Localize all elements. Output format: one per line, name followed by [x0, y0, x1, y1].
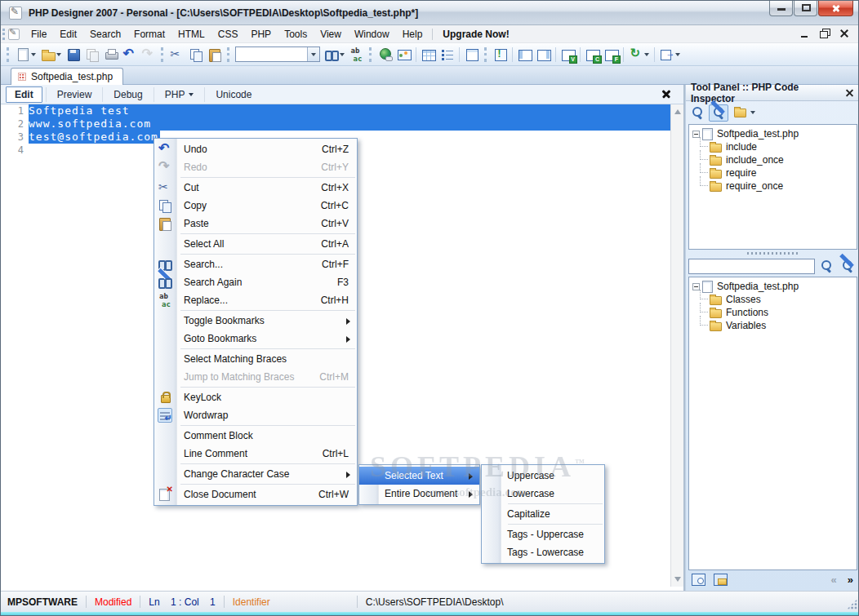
tab-edit[interactable]: Edit	[6, 86, 42, 103]
close-document-icon[interactable]	[661, 88, 672, 100]
menu-item-selected-text[interactable]: Selected Text	[359, 467, 479, 485]
paste-button[interactable]	[205, 45, 224, 64]
menu-item-change-character-case[interactable]: Change Character Case	[154, 465, 357, 483]
toolbar-grip[interactable]	[7, 47, 10, 62]
tree-item[interactable]: Variables	[689, 319, 857, 332]
tab-unicode[interactable]: Unicode	[204, 87, 262, 102]
menu-item-undo[interactable]: Undo Ctrl+Z	[154, 140, 357, 158]
cut-button[interactable]	[167, 45, 186, 64]
tab-debug[interactable]: Debug	[102, 87, 153, 102]
properties-dropdown-arrow[interactable]	[750, 111, 755, 114]
editor-vertical-scrollbar[interactable]	[670, 104, 683, 587]
menu-item-paste[interactable]: Paste Ctrl+V	[154, 215, 357, 233]
tree-item[interactable]: Functions	[689, 306, 857, 319]
properties-button[interactable]	[730, 104, 750, 122]
menu-item-search-again[interactable]: Search Again F3	[154, 273, 357, 291]
refresh-button[interactable]	[626, 45, 645, 64]
view-classes-button[interactable]: C	[583, 45, 602, 64]
tree-item[interactable]: include	[689, 140, 857, 153]
menu-item-goto-bookmarks[interactable]: Goto Bookmarks	[154, 330, 357, 348]
menu-item-tags-uppercase[interactable]: Tags - Uppercase	[482, 525, 604, 543]
dock-right-button[interactable]	[534, 45, 553, 64]
mdi-minimize-button[interactable]	[799, 29, 811, 38]
menu-item-replace[interactable]: Replace... Ctrl+H	[154, 291, 357, 309]
tree-item[interactable]: include_once	[689, 153, 857, 166]
tool-panel-header[interactable]: Tool Panel :: PHP Code Inspector	[686, 85, 859, 101]
insert-frame-button[interactable]	[462, 45, 481, 64]
title-bar[interactable]: PHP Designer 2007 - Personal - [C:\Users…	[1, 1, 859, 25]
inspect-button[interactable]	[688, 104, 707, 122]
scroll-down-icon[interactable]	[674, 577, 681, 582]
tool-panel-close-icon[interactable]	[845, 88, 855, 98]
collapse-icon[interactable]	[692, 283, 700, 290]
search-new-button[interactable]	[838, 258, 857, 275]
toolbar-grip[interactable]	[484, 47, 487, 62]
menu-html[interactable]: HTML	[171, 26, 211, 42]
menu-item-comment-block[interactable]: Comment Block	[154, 427, 357, 445]
open-button[interactable]	[38, 45, 57, 64]
menu-item-wordwrap[interactable]: Wordwrap	[154, 406, 357, 424]
scroll-up-icon[interactable]	[674, 109, 681, 114]
collapse-icon[interactable]	[692, 131, 700, 138]
menu-item-select-matching-braces[interactable]: Select Matching Braces	[154, 350, 357, 368]
menu-tools[interactable]: Tools	[278, 26, 314, 42]
menu-item-keylock[interactable]: KeyLock	[154, 388, 357, 406]
mdi-restore-button[interactable]	[819, 29, 830, 38]
inspect-new-button[interactable]	[709, 104, 728, 122]
resize-grip[interactable]	[847, 599, 857, 609]
menu-format[interactable]: Format	[127, 26, 171, 42]
close-button[interactable]	[818, 1, 853, 16]
menu-item-line-comment[interactable]: Line Comment Ctrl+L	[154, 445, 357, 463]
menu-item-copy[interactable]: Copy Ctrl+C	[154, 197, 357, 215]
copy-button[interactable]	[186, 45, 205, 64]
tab-preview[interactable]: Preview	[46, 87, 103, 102]
find-button[interactable]	[322, 45, 340, 64]
tree-root[interactable]: Softpedia_test.php	[689, 127, 857, 140]
menu-item-search[interactable]: Search... Ctrl+F	[154, 255, 357, 273]
menu-file[interactable]: File	[24, 26, 53, 42]
inspector-tree[interactable]: Softpedia_test.php include include_once …	[688, 124, 857, 250]
view-functions-button[interactable]: F	[602, 45, 621, 64]
tree-item[interactable]: Classes	[689, 293, 857, 306]
zoom-window-button[interactable]	[688, 571, 708, 588]
combobox-dropdown-button[interactable]	[307, 47, 319, 61]
maximize-button[interactable]	[794, 1, 817, 16]
minimize-button[interactable]	[769, 1, 793, 16]
menu-upgrade-now[interactable]: Upgrade Now!	[436, 26, 515, 42]
toolbar-grip[interactable]	[161, 47, 164, 62]
tree-splitter[interactable]	[688, 250, 857, 256]
menu-item-select-all[interactable]: Select All Ctrl+A	[154, 235, 357, 253]
menu-edit[interactable]: Edit	[53, 26, 83, 42]
undo-button[interactable]	[120, 45, 139, 64]
insert-list-button[interactable]	[438, 45, 456, 64]
insert-image-button[interactable]	[394, 45, 413, 64]
quick-search-combobox[interactable]	[235, 47, 320, 62]
tab-php[interactable]: PHP	[154, 87, 205, 102]
toolbar-grip[interactable]	[369, 47, 372, 62]
menu-search[interactable]: Search	[83, 26, 127, 42]
menu-help[interactable]: Help	[396, 26, 430, 42]
menu-window[interactable]: Window	[348, 26, 396, 42]
code-explorer-tree[interactable]: Softpedia_test.php Classes Functions Var…	[688, 277, 857, 570]
output-panel-button[interactable]	[491, 45, 510, 64]
mdi-close-button[interactable]	[839, 29, 850, 38]
menu-item-entire-document[interactable]: Entire Document	[359, 485, 479, 503]
nav-next-button[interactable]: »	[843, 574, 857, 586]
save-button[interactable]	[64, 45, 82, 64]
menu-item-capitalize[interactable]: Capitalize	[482, 505, 604, 523]
menu-php[interactable]: PHP	[244, 26, 278, 42]
insert-link-button[interactable]	[376, 45, 394, 64]
document-tab[interactable]: Softpedia_test.php	[11, 68, 123, 85]
print-button[interactable]	[101, 45, 120, 64]
quick-search-input[interactable]	[236, 47, 307, 61]
dock-left-button[interactable]	[515, 45, 534, 64]
menu-item-close-document[interactable]: Close Document Ctrl+W	[154, 485, 357, 503]
replace-button[interactable]	[347, 45, 366, 64]
new-document-button[interactable]	[13, 45, 32, 64]
export-button[interactable]	[657, 45, 676, 64]
toolbar-grip[interactable]	[227, 47, 230, 62]
menu-item-tags-lowercase[interactable]: Tags - Lowercase	[482, 543, 604, 561]
menu-item-uppercase[interactable]: Uppercase	[482, 467, 604, 485]
menu-css[interactable]: CSS	[211, 26, 245, 42]
tree-item[interactable]: require	[689, 166, 857, 179]
